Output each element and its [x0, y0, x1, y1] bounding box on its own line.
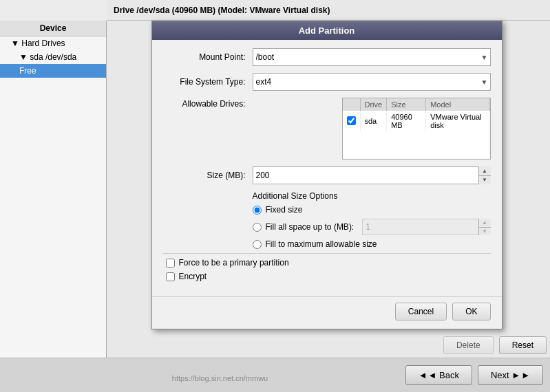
col-size: Size — [387, 98, 426, 111]
cancel-button[interactable]: Cancel — [395, 303, 447, 320]
drive-name-cell: sda — [360, 111, 387, 131]
dialog-body: Mount Point: /boot File System Type: ext… — [152, 40, 502, 294]
file-system-type-select[interactable]: ext4 — [253, 73, 491, 91]
secondary-buttons: Delete Reset — [443, 336, 547, 354]
fill-up-up: ▲ — [479, 219, 491, 228]
next-arrow-icon: ► — [521, 370, 530, 380]
drives-table: Drive Size Model sda 40960 — [343, 98, 490, 159]
col-model: Model — [426, 98, 489, 111]
col-drive: Drive — [360, 98, 387, 111]
file-system-type-row: File System Type: ext4 — [163, 73, 491, 91]
reset-button[interactable]: Reset — [499, 336, 547, 354]
fill-max-row: Fill to maximum allowable size — [253, 239, 491, 249]
bottom-nav: https://blog.sin.net.cn/mmwu ◄ ◄ Back Ne… — [0, 358, 550, 392]
table-row: sda 40960 MB VMware Virtual disk — [343, 111, 490, 131]
drive-info-text: Drive /dev/sda (40960 MB) (Model: VMware… — [114, 6, 330, 15]
primary-partition-checkbox[interactable] — [166, 259, 175, 268]
size-mb-down[interactable]: ▼ — [479, 176, 491, 185]
left-panel: Device ▼ Hard Drives ▼ sda /dev/sda Free — [0, 21, 107, 358]
mount-point-label: Mount Point: — [163, 52, 253, 62]
sda-item[interactable]: ▼ sda /dev/sda — [0, 50, 106, 64]
primary-partition-label: Force to be a primary partition — [179, 258, 289, 268]
encrypt-row: Encrypt — [166, 272, 491, 281]
drive-size-cell: 40960 MB — [387, 111, 426, 131]
additional-size-options-title: Additional Size Options — [253, 191, 491, 201]
add-partition-dialog: Add Partition Mount Point: /boot File Sy… — [151, 21, 503, 329]
delete-button[interactable]: Delete — [443, 336, 494, 354]
file-system-type-label: File System Type: — [163, 77, 253, 87]
size-mb-input[interactable]: 200 — [253, 166, 491, 184]
encrypt-checkbox[interactable] — [166, 272, 175, 281]
primary-partition-row: Force to be a primary partition — [166, 258, 491, 268]
free-item[interactable]: Free — [0, 64, 106, 78]
ok-button[interactable]: OK — [452, 303, 490, 320]
drive-checkbox[interactable] — [347, 116, 356, 125]
size-mb-row: Size (MB): 200 ▲ ▼ — [163, 166, 491, 184]
file-system-type-select-wrapper[interactable]: ext4 — [253, 73, 491, 91]
col-checkbox — [343, 98, 361, 111]
fill-up-down: ▼ — [479, 228, 491, 236]
size-mb-spinner[interactable]: ▲ ▼ — [478, 166, 491, 184]
fill-up-input — [362, 219, 490, 235]
url-bar: https://blog.sin.net.cn/mmwu — [0, 374, 440, 382]
size-mb-input-wrapper[interactable]: 200 ▲ ▼ — [253, 166, 491, 184]
fill-up-label: Fill all space up to (MB): — [266, 222, 355, 232]
drive-model-cell: VMware Virtual disk — [426, 111, 489, 131]
drive-checkbox-cell[interactable] — [343, 111, 361, 131]
device-header: Device — [0, 21, 106, 36]
encrypt-label: Encrypt — [179, 272, 207, 281]
allowable-drives-label: Allowable Drives: — [163, 98, 253, 109]
allowable-drives-section: Allowable Drives: Drive Size Model — [163, 98, 491, 160]
hard-drives-item[interactable]: ▼ Hard Drives — [0, 36, 106, 50]
fixed-size-label: Fixed size — [266, 205, 303, 215]
checkboxes-section: Force to be a primary partition Encrypt — [163, 253, 491, 281]
next-label: Next ► — [491, 370, 520, 380]
fill-up-row: Fill all space up to (MB): ▲ ▼ — [253, 219, 491, 235]
fill-up-input-wrapper: ▲ ▼ — [362, 219, 490, 235]
dialog-overlay: Add Partition Mount Point: /boot File Sy… — [103, 17, 550, 361]
next-button[interactable]: Next ► ► — [478, 365, 543, 385]
mount-point-row: Mount Point: /boot — [163, 48, 491, 66]
fill-up-spinner: ▲ ▼ — [478, 219, 491, 235]
size-mb-up[interactable]: ▲ — [479, 166, 491, 176]
additional-size-options: Additional Size Options Fixed size Fill … — [253, 191, 491, 249]
fill-max-label: Fill to maximum allowable size — [266, 239, 377, 249]
mount-point-select[interactable]: /boot — [253, 48, 491, 66]
fixed-size-row: Fixed size — [253, 205, 491, 215]
mount-point-select-wrapper[interactable]: /boot — [253, 48, 491, 66]
dialog-buttons: Cancel OK — [152, 296, 502, 329]
size-mb-label: Size (MB): — [163, 171, 253, 180]
fill-max-radio[interactable] — [253, 240, 262, 249]
dialog-title: Add Partition — [152, 21, 502, 40]
fixed-size-radio[interactable] — [253, 206, 262, 215]
drives-table-container: Drive Size Model sda 40960 — [342, 98, 491, 160]
fill-up-radio[interactable] — [253, 223, 262, 232]
